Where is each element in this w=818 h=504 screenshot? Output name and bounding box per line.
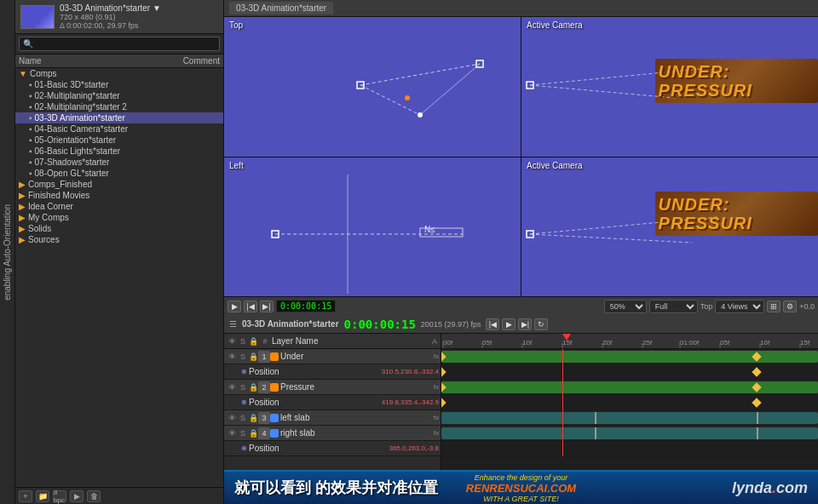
track-eye-4[interactable]: 👁 — [226, 429, 238, 438]
tl-prev-btn[interactable]: |◀ — [486, 318, 499, 330]
comp-item-4[interactable]: ▪ 03-3D Animation*starter — [15, 112, 223, 123]
folder-sources[interactable]: ▶ Sources — [15, 234, 223, 245]
tree-col-name: Name — [19, 56, 169, 66]
comp-next-btn[interactable]: ▶| — [260, 301, 274, 312]
track-color-1 — [270, 352, 279, 361]
tl-bar-rows — [441, 349, 818, 456]
search-input[interactable] — [19, 37, 220, 51]
track-eye-3[interactable]: 👁 — [226, 414, 238, 422]
svg-text:25f: 25f — [642, 339, 653, 346]
comp-item-9[interactable]: ▪ 08-Open GL*starter — [15, 168, 223, 179]
folder-comps-finished-label: Comps_Finished — [28, 180, 92, 189]
view-top-right[interactable]: Active Camera UNDER: PRESSURI — [521, 17, 818, 157]
track-row-3[interactable]: 👁 S 🔒 3 left slab fx — [224, 410, 441, 426]
comp-prev-btn[interactable]: |◀ — [244, 301, 257, 312]
track-name-3: left slab — [280, 413, 434, 422]
search-bar — [15, 34, 223, 54]
track-subrow-4a[interactable]: ⊕ Position 365.0,263.0,-3.8 — [224, 441, 441, 456]
comp-item-7[interactable]: ▪ 06-Basic Lights*starter — [15, 146, 223, 157]
subtitle-bar: 就可以看到 的效果并对准位置 Enhance the design of you… — [224, 470, 818, 504]
folder-finished-movies[interactable]: ▶ Finished Movies — [15, 190, 223, 201]
track-lock-1[interactable]: 🔒 — [248, 352, 258, 361]
svg-text:00f: 00f — [443, 339, 453, 346]
track-lock-3[interactable]: 🔒 — [248, 414, 258, 422]
comp-grid-btn[interactable]: ⊞ — [767, 301, 781, 312]
tl-loop-btn[interactable]: ↻ — [534, 318, 548, 330]
track-fx-icons-3: fx — [434, 414, 439, 421]
track-name-1: Under — [280, 352, 434, 361]
svg-text:15f: 15f — [800, 339, 810, 346]
view-bot-right[interactable]: Active Camera UNDER: PRESSURI — [521, 158, 818, 297]
folder-icon: ▼ — [19, 69, 27, 78]
svg-text:20f: 20f — [602, 339, 613, 346]
project-header: 03-3D Animation*starter ▼ 720 x 480 (0.9… — [15, 0, 223, 34]
col-name: Layer Name — [272, 336, 432, 346]
comp-item-5[interactable]: ▪ 04-Basic Camera*starter — [15, 123, 223, 135]
svg-line-2 — [420, 64, 480, 115]
view-bot-left[interactable]: Left N≤ — [224, 158, 521, 297]
comp-play-btn[interactable]: ▶ — [228, 301, 241, 312]
tl-play-btn[interactable]: ▶ — [502, 318, 516, 330]
track-lock-2[interactable]: 🔒 — [248, 383, 258, 392]
comp-settings-btn[interactable]: ⚙ — [783, 301, 797, 312]
tl-bar-4a — [441, 441, 818, 456]
tl-track-headers: 👁 S 🔒 # Layer Name A 👁 S 🔒 1 — [224, 334, 441, 470]
comp-item-1[interactable]: ▪ 01-Basic 3D*starter — [15, 79, 223, 90]
tl-bar-2a — [441, 395, 818, 410]
under-text-br: UNDER: — [659, 195, 815, 214]
track-eye-1[interactable]: 👁 — [226, 352, 238, 361]
view-top-left[interactable]: Top — [224, 17, 521, 157]
track-row-1[interactable]: 👁 S 🔒 1 Under fx — [224, 349, 441, 364]
track-solo-3[interactable]: S — [238, 414, 248, 422]
track-subrow-2a[interactable]: ⊕ Position 419.8,335.4,-342.9 — [224, 395, 441, 410]
panel-btn-new[interactable]: + — [19, 490, 32, 502]
folder-comps[interactable]: ▼ Comps — [15, 68, 223, 79]
svg-point-4 — [418, 112, 423, 117]
col-eye: 👁 — [226, 337, 238, 346]
resolution-select[interactable]: Full Half Quarter — [649, 300, 698, 313]
layer-bar-4 — [441, 427, 818, 439]
view-layout-select[interactable]: 4 Views 1 View 2 Views — [715, 300, 764, 313]
left-panel: 03-3D Animation*starter ▼ 720 x 480 (0.9… — [15, 0, 224, 504]
comp-item-3[interactable]: ▪ 02-Multiplaning*starter 2 — [15, 101, 223, 112]
comp-label-1: 01-Basic 3D*starter — [35, 80, 109, 89]
folder-icon-4: ▶ — [19, 202, 26, 211]
folder-solids[interactable]: ▶ Solids — [15, 223, 223, 234]
folder-finished-movies-label: Finished Movies — [28, 191, 89, 200]
track-solo-1[interactable]: S — [238, 352, 248, 361]
layer-bar-3 — [441, 412, 818, 424]
comp-item-6[interactable]: ▪ 05-Orientation*starter — [15, 135, 223, 146]
track-lock-4[interactable]: 🔒 — [248, 429, 258, 438]
comp-time-display[interactable]: 0:00:00:15 — [276, 300, 336, 312]
track-solo-2[interactable]: S — [238, 383, 248, 392]
comp-item-2[interactable]: ▪ 02-Multiplaning*starter — [15, 90, 223, 101]
quality-select[interactable]: 50% 100% 25% — [604, 300, 647, 313]
tl-ruler: 00f 05f 10f 15f 20f 25f 01 — [441, 334, 818, 349]
svg-text:10f: 10f — [760, 339, 770, 346]
panel-btn-play[interactable]: ▶ — [70, 490, 84, 502]
folder-comps-finished[interactable]: ▶ Comps_Finished — [15, 179, 223, 190]
tl-time-display[interactable]: 0:00:00:15 — [344, 318, 416, 331]
track-row-4[interactable]: 👁 S 🔒 4 right slab fx — [224, 426, 441, 441]
comp-item-8[interactable]: ▪ 07-Shadows*starter — [15, 157, 223, 168]
watermark-line1: Enhance the design of your — [466, 473, 576, 482]
folder-my-comps[interactable]: ▶ My Comps — [15, 212, 223, 223]
panel-btn-8bpc[interactable]: 8 bpc — [53, 490, 66, 502]
track-eye-2[interactable]: 👁 — [226, 383, 238, 392]
tl-next-btn[interactable]: ▶| — [518, 318, 532, 330]
track-subrow-1a[interactable]: ⊕ Position 310.5,230.8,-332.4 — [224, 364, 441, 380]
track-row-2[interactable]: 👁 S 🔒 2 Pressure fx — [224, 380, 441, 395]
folder-idea-corner[interactable]: ▶ Idea Corner — [15, 201, 223, 212]
comp-icon-4: ▪ — [29, 113, 32, 123]
tl-icon: ☰ — [229, 319, 237, 329]
panel-btn-del[interactable]: 🗑 — [87, 490, 101, 502]
track-color-2 — [270, 383, 279, 392]
track-solo-4[interactable]: S — [238, 429, 248, 438]
folder-comps-label: Comps — [30, 69, 57, 78]
kf-2a-start — [441, 398, 446, 407]
panel-btn-folder[interactable]: 📁 — [36, 490, 49, 502]
comp-tab[interactable]: 03-3D Animation*starter — [229, 2, 333, 14]
tl-transport-controls: |◀ ▶ ▶| ↻ — [486, 318, 813, 330]
folder-idea-corner-label: Idea Corner — [28, 202, 73, 211]
timeline-header: ☰ 03-3D Animation*starter 0:00:00:15 200… — [224, 315, 818, 334]
